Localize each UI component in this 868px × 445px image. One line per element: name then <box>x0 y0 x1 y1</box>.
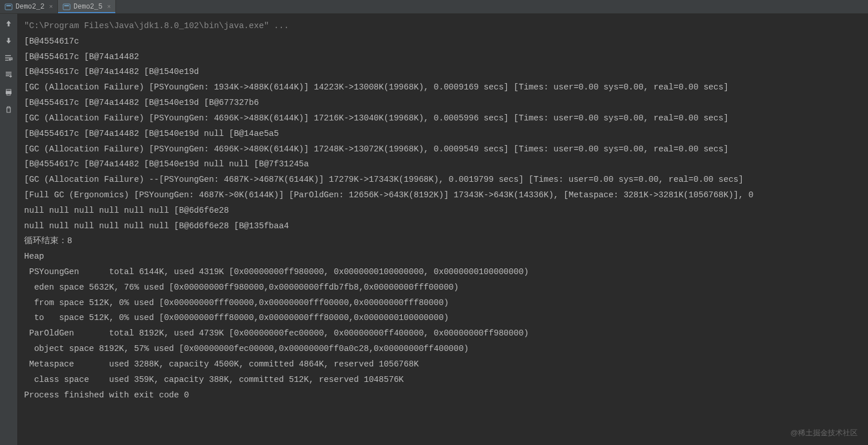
up-arrow-icon[interactable] <box>3 18 14 29</box>
console-line: Process finished with exit code 0 <box>24 388 861 403</box>
console-line: object space 8192K, 57% used [0x00000000… <box>24 341 861 357</box>
console-line: Heap <box>24 249 861 264</box>
console-line: [B@4554617c [B@74a14482 [B@1540e19d <box>24 64 861 80</box>
console-line: class space used 359K, capacity 388K, co… <box>24 372 861 388</box>
console-line: ParOldGen total 8192K, used 4739K [0x000… <box>24 326 861 341</box>
ide-container: Demo2_2 × Demo2_5 × <box>0 0 868 445</box>
tab-label: Demo2_2 <box>16 3 44 11</box>
scroll-to-end-icon[interactable] <box>3 70 14 80</box>
main-area: "C:\Program Files\Java\jdk1.8.0_102\bin\… <box>0 14 868 445</box>
console-line: Metaspace used 3288K, capacity 4500K, co… <box>24 357 861 372</box>
svg-rect-6 <box>7 93 10 95</box>
console-line: [B@4554617c [B@74a14482 [B@1540e19d null… <box>24 126 861 142</box>
console-line: "C:\Program Files\Java\jdk1.8.0_102\bin\… <box>24 18 861 34</box>
close-icon[interactable]: × <box>107 3 111 10</box>
print-icon[interactable] <box>3 87 14 97</box>
console-line: [B@4554617c [B@74a14482 <box>24 49 861 65</box>
run-config-icon <box>63 3 71 11</box>
console-line: PSYoungGen total 6144K, used 4319K [0x00… <box>24 264 861 280</box>
close-icon[interactable]: × <box>49 3 53 10</box>
console-output[interactable]: "C:\Program Files\Java\jdk1.8.0_102\bin\… <box>17 14 868 445</box>
console-line: null null null null null null [B@6d6f6e2… <box>24 218 861 234</box>
tab-label: Demo2_5 <box>73 3 102 11</box>
console-line: from space 512K, 0% used [0x00000000fff0… <box>24 295 861 311</box>
svg-rect-1 <box>6 5 11 6</box>
console-line: eden space 5632K, 76% used [0x00000000ff… <box>24 280 861 295</box>
down-arrow-icon[interactable] <box>3 36 14 46</box>
console-line: [GC (Allocation Failure) [PSYoungGen: 19… <box>24 80 861 95</box>
svg-rect-4 <box>6 89 11 91</box>
tabs-bar: Demo2_2 × Demo2_5 × <box>0 0 868 14</box>
console-line: null null null null null null [B@6d6f6e2… <box>24 203 861 218</box>
console-line: [GC (Allocation Failure) --[PSYoungGen: … <box>24 172 861 188</box>
console-line: [B@4554617c [B@74a14482 [B@1540e19d [B@6… <box>24 95 861 111</box>
svg-rect-3 <box>64 5 69 6</box>
soft-wrap-icon[interactable] <box>3 53 14 63</box>
tab-demo2-2[interactable]: Demo2_2 × <box>0 0 58 13</box>
svg-rect-0 <box>5 4 12 10</box>
console-line: to space 512K, 0% used [0x00000000fff800… <box>24 310 861 326</box>
tab-demo2-5[interactable]: Demo2_5 × <box>58 0 116 13</box>
watermark: @稀土掘金技术社区 <box>790 428 858 438</box>
console-toolbar <box>0 14 17 445</box>
svg-rect-2 <box>63 4 70 10</box>
console-line: 循环结束：8 <box>24 233 861 249</box>
console-line: [B@4554617c [B@74a14482 [B@1540e19d null… <box>24 157 861 172</box>
run-config-icon <box>5 3 13 11</box>
console-line: [GC (Allocation Failure) [PSYoungGen: 46… <box>24 111 861 126</box>
console-line: [GC (Allocation Failure) [PSYoungGen: 46… <box>24 142 861 157</box>
console-line: [Full GC (Ergonomics) [PSYoungGen: 4687K… <box>24 188 861 203</box>
console-line: [B@4554617c <box>24 34 861 49</box>
trash-icon[interactable] <box>3 104 14 115</box>
